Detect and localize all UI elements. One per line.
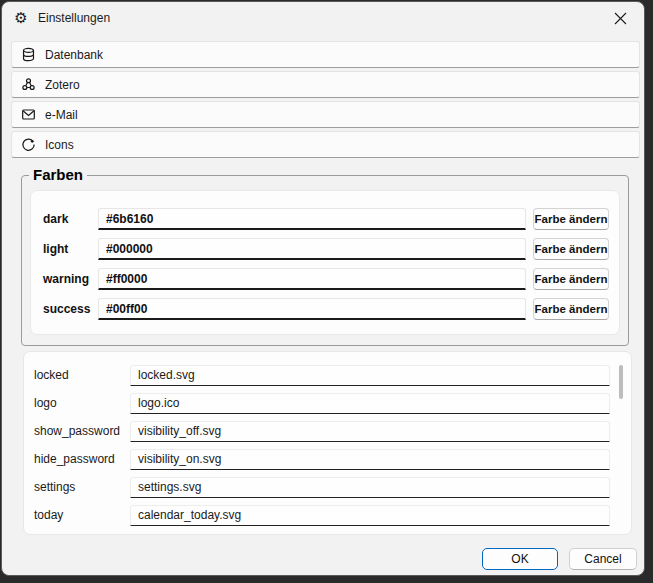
section-label: e-Mail xyxy=(45,108,78,122)
color-label: success xyxy=(43,302,91,316)
icon-row-show-password: show_password xyxy=(34,417,610,445)
icon-row-hide-password: hide_password xyxy=(34,445,610,473)
color-label: light xyxy=(43,242,91,256)
farben-title: Farben xyxy=(29,166,87,183)
color-value-input[interactable] xyxy=(98,208,526,230)
color-value-input[interactable] xyxy=(98,238,526,260)
database-icon xyxy=(21,47,36,62)
color-value-input[interactable] xyxy=(98,268,526,290)
icon-file-input[interactable] xyxy=(130,421,610,442)
section-zotero[interactable]: Zotero xyxy=(11,71,640,98)
section-list: Datenbank Zotero e-Mail Icons xyxy=(11,41,640,158)
icon-file-input[interactable] xyxy=(130,365,610,386)
icon-label: logo xyxy=(34,396,124,410)
close-icon xyxy=(614,12,627,25)
icon-label: hide_password xyxy=(34,452,124,466)
section-label: Datenbank xyxy=(45,48,103,62)
section-label: Icons xyxy=(45,138,74,152)
icon-file-input[interactable] xyxy=(130,505,610,526)
color-label: warning xyxy=(43,272,91,286)
icon-row-settings: settings xyxy=(34,473,610,501)
farben-panel: dark Farbe ändern light Farbe ändern war… xyxy=(30,190,620,335)
change-color-button[interactable]: Farbe ändern xyxy=(533,298,609,320)
scrollbar-thumb[interactable] xyxy=(619,365,623,399)
color-row-dark: dark Farbe ändern xyxy=(43,204,609,234)
change-color-button[interactable]: Farbe ändern xyxy=(533,238,609,260)
icon-label: show_password xyxy=(34,424,124,438)
change-color-button[interactable]: Farbe ändern xyxy=(533,208,609,230)
icon-label: settings xyxy=(34,480,124,494)
ok-button[interactable]: OK xyxy=(482,548,558,570)
settings-dialog: ⚙ Einstellungen Datenbank Zotero xyxy=(1,1,645,576)
mail-icon xyxy=(21,107,36,122)
color-row-light: light Farbe ändern xyxy=(43,234,609,264)
color-row-success: success Farbe ändern xyxy=(43,294,609,324)
gear-icon: ⚙ xyxy=(13,10,29,26)
icon-file-input[interactable] xyxy=(130,477,610,498)
icon-label: locked xyxy=(34,368,124,382)
footer: OK Cancel xyxy=(482,548,637,570)
titlebar: ⚙ Einstellungen xyxy=(2,2,644,34)
icon-row-logo: logo xyxy=(34,389,610,417)
color-value-input[interactable] xyxy=(98,298,526,320)
section-icons[interactable]: Icons xyxy=(11,131,640,158)
icon-label: today xyxy=(34,508,124,522)
sync-icon xyxy=(21,137,36,152)
zotero-icon xyxy=(21,77,36,92)
section-label: Zotero xyxy=(45,78,80,92)
icon-file-input[interactable] xyxy=(130,393,610,414)
farben-groupbox: Farben dark Farbe ändern light Farbe änd… xyxy=(21,175,629,346)
color-label: dark xyxy=(43,212,91,226)
color-row-warning: warning Farbe ändern xyxy=(43,264,609,294)
section-datenbank[interactable]: Datenbank xyxy=(11,41,640,68)
icon-row-locked: locked xyxy=(34,361,610,389)
icon-row-today: today xyxy=(34,501,610,529)
icon-file-input[interactable] xyxy=(130,449,610,470)
window-title: Einstellungen xyxy=(38,11,110,25)
change-color-button[interactable]: Farbe ändern xyxy=(533,268,609,290)
cancel-button[interactable]: Cancel xyxy=(569,548,637,570)
section-email[interactable]: e-Mail xyxy=(11,101,640,128)
close-button[interactable] xyxy=(602,6,638,30)
icons-file-panel: locked logo show_password hide_password … xyxy=(23,351,632,535)
